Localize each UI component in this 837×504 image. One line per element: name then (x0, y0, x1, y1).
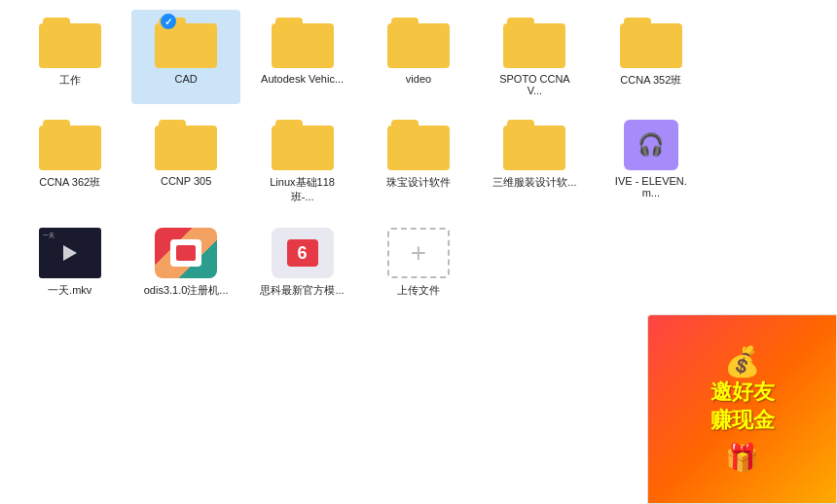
video-thumbnail: 一天 (39, 228, 101, 278)
folder-icon (503, 120, 565, 170)
folder-item-3d-fashion[interactable]: 三维服装设计软... (481, 112, 589, 212)
folder-item-ccna352[interactable]: CCNA 352班 (597, 10, 705, 104)
folder-icon (272, 120, 334, 170)
file-label: CCNA 352班 (620, 73, 681, 88)
coin-icon: 💰 (724, 344, 760, 378)
file-label: SPOTO CCNA V... (491, 73, 578, 96)
file-label: 珠宝设计软件 (386, 175, 451, 190)
folder-icon (503, 18, 565, 68)
folder-icon (39, 18, 101, 68)
cisco-app-icon: 6 (272, 228, 334, 278)
file-item-video-mkv[interactable]: 一天 一天.mkv (16, 220, 124, 306)
folder-item-ccnp305[interactable]: CCNP 305 (131, 112, 239, 212)
file-label: 上传文件 (397, 283, 440, 298)
selected-check-icon (161, 14, 176, 29)
ad-main-text: 邀好友 赚现金 (710, 378, 775, 434)
empty-slot-4 (597, 220, 705, 306)
folder-item-video[interactable]: video (364, 10, 472, 104)
file-item-cisco[interactable]: 6 思科最新官方模... (248, 220, 356, 306)
headphone-file-icon (624, 120, 678, 170)
file-item-odis[interactable]: odis3.1.0注册机... (131, 220, 239, 306)
ad-content: 💰 邀好友 赚现金 🎁 (648, 315, 836, 503)
file-grid: 工作 CAD Autodesk Vehic... video SPOTO CCN… (0, 0, 837, 315)
odis-app-icon (155, 228, 217, 278)
folder-icon (39, 120, 101, 170)
file-item-ive[interactable]: IVE - ELEVEN.m... (597, 112, 705, 212)
folder-item-linux[interactable]: Linux基础118班-... (248, 112, 356, 212)
file-label: CCNA 362班 (39, 175, 100, 190)
upload-icon: + (387, 228, 450, 278)
folder-item-jewelry[interactable]: 珠宝设计软件 (364, 112, 472, 212)
folder-icon (272, 18, 334, 68)
empty-slot-1 (713, 10, 821, 104)
file-label: Autodesk Vehic... (261, 73, 344, 85)
folder-item-ccna362[interactable]: CCNA 362班 (16, 112, 124, 212)
empty-slot-3 (481, 220, 589, 306)
ad-bottom-area: 🎁 (725, 442, 759, 474)
folder-icon (387, 18, 450, 68)
file-label: 思科最新官方模... (260, 283, 344, 298)
ad-popup[interactable]: 💰 邀好友 赚现金 🎁 (647, 314, 837, 504)
file-label: CAD (175, 73, 198, 85)
file-label: IVE - ELEVEN.m... (607, 175, 695, 198)
folder-item-spoto[interactable]: SPOTO CCNA V... (481, 10, 589, 104)
file-label: odis3.1.0注册机... (144, 283, 229, 298)
empty-slot-2 (713, 112, 821, 212)
upload-file-button[interactable]: + 上传文件 (364, 220, 472, 306)
file-label: 工作 (59, 73, 81, 88)
empty-slot-5 (713, 220, 821, 306)
folder-item-cad[interactable]: CAD (131, 10, 239, 104)
file-label: Linux基础118班-... (259, 175, 346, 204)
folder-icon (620, 18, 682, 68)
folder-icon (387, 120, 450, 170)
file-label: video (406, 73, 431, 85)
folder-icon (155, 120, 217, 170)
folder-item-work[interactable]: 工作 (16, 10, 124, 104)
play-icon (63, 245, 77, 261)
file-label: CCNP 305 (161, 175, 211, 187)
folder-item-autodesk[interactable]: Autodesk Vehic... (248, 10, 356, 104)
file-label: 三维服装设计软... (492, 175, 576, 190)
file-label: 一天.mkv (48, 283, 91, 298)
